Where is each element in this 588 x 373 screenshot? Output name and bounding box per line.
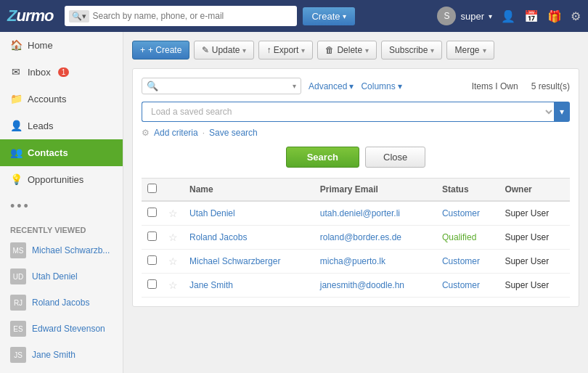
- sidebar-item-accounts[interactable]: 📁 Accounts: [0, 86, 123, 112]
- contact-email-link[interactable]: roland@border.es.de: [320, 232, 401, 242]
- sidebar-more[interactable]: •••: [0, 193, 123, 220]
- contact-email-link[interactable]: micha@puerto.lk: [320, 256, 385, 266]
- search-input[interactable]: [161, 81, 293, 91]
- update-arrow: ▾: [242, 46, 246, 54]
- select-all-checkbox[interactable]: [147, 184, 157, 193]
- merge-button[interactable]: Merge ▾: [446, 41, 494, 60]
- export-button[interactable]: ↑ Export ▾: [258, 41, 313, 60]
- contact-name-link[interactable]: Utah Deniel: [189, 208, 235, 218]
- calendar-icon[interactable]: 📅: [524, 9, 539, 23]
- row-checkbox[interactable]: [147, 279, 157, 289]
- criteria-row: ⚙ Add criteria · Save search: [142, 128, 570, 138]
- recent-item-roland[interactable]: RJ Roland Jacobs: [0, 290, 123, 316]
- sidebar-label-accounts: Accounts: [28, 94, 66, 104]
- add-criteria-link[interactable]: Add criteria: [154, 128, 198, 138]
- row-email: utah.deniel@porter.li: [314, 201, 436, 226]
- row-owner: Super User: [499, 250, 570, 274]
- username-label: super: [460, 11, 484, 22]
- subscribe-button[interactable]: Subscribe ▾: [381, 41, 442, 60]
- contact-name-link[interactable]: Jane Smith: [189, 280, 233, 290]
- recent-item-utah[interactable]: UD Utah Deniel: [0, 263, 123, 290]
- row-star-cell: ☆: [163, 201, 184, 226]
- people-icon[interactable]: 👤: [501, 9, 515, 23]
- items-own: Items I Own: [472, 81, 518, 91]
- contacts-table: Name Primary Email Status Owner ☆ Utah D…: [142, 178, 570, 298]
- saved-search-select[interactable]: Load a saved search: [142, 102, 555, 122]
- recent-label-edward: Edward Stevenson: [32, 324, 105, 334]
- global-search-bar: 🔍▾: [65, 6, 297, 26]
- row-star-cell: ☆: [163, 250, 184, 274]
- row-owner: Super User: [499, 274, 570, 298]
- recent-avatar-edward: ES: [10, 321, 26, 337]
- advanced-link[interactable]: Advanced ▾: [309, 81, 354, 91]
- recent-item-michael[interactable]: MS Michael Schwarzb...: [0, 237, 123, 263]
- sidebar-item-opportunities[interactable]: 💡 Opportunities: [0, 166, 123, 193]
- sidebar-item-leads[interactable]: 👤 Leads: [0, 112, 123, 139]
- delete-button[interactable]: 🗑 Delete ▾: [317, 41, 377, 60]
- user-menu[interactable]: S super ▾: [437, 7, 492, 25]
- star-icon[interactable]: ☆: [168, 279, 178, 291]
- global-search-input[interactable]: [92, 11, 293, 21]
- row-email: roland@border.es.de: [314, 226, 436, 250]
- add-label: + Create: [148, 45, 181, 55]
- delete-icon: 🗑: [325, 45, 334, 55]
- sidebar-label-leads: Leads: [28, 120, 53, 131]
- sidebar-label-contacts: Contacts: [28, 147, 68, 158]
- table-header-row: Name Primary Email Status Owner: [142, 179, 570, 202]
- recently-viewed-label: Recently Viewed: [0, 220, 123, 237]
- row-checkbox[interactable]: [147, 208, 157, 217]
- contact-email-link[interactable]: janesmith@doodle.hn: [320, 280, 404, 290]
- close-button[interactable]: Close: [365, 147, 425, 168]
- star-icon[interactable]: ☆: [168, 208, 178, 219]
- gift-icon[interactable]: 🎁: [547, 9, 562, 23]
- star-icon[interactable]: ☆: [168, 231, 178, 243]
- sidebar: 🏠 Home ✉ Inbox 1 📁 Accounts 👤 Leads 👥 Co…: [0, 32, 123, 373]
- table-row: ☆ Michael Schwarzberger micha@puerto.lk …: [142, 250, 570, 274]
- recent-avatar-michael: MS: [10, 242, 26, 258]
- leads-icon: 👤: [10, 120, 22, 131]
- recent-item-jane[interactable]: JS Jane Smith: [0, 342, 123, 368]
- contact-name-link[interactable]: Michael Schwarzberger: [189, 256, 280, 266]
- advanced-arrow: ▾: [349, 81, 354, 91]
- update-button[interactable]: ✎ Update ▾: [194, 41, 254, 60]
- contact-name-link[interactable]: Roland Jacobs: [189, 232, 247, 242]
- recent-item-edward[interactable]: ES Edward Stevenson: [0, 316, 123, 342]
- row-checkbox-cell: [142, 274, 163, 298]
- row-name: Roland Jacobs: [184, 226, 314, 250]
- contact-email-link[interactable]: utah.deniel@porter.li: [320, 208, 400, 218]
- th-email: Primary Email: [314, 179, 436, 202]
- status-badge: Customer: [442, 208, 480, 218]
- row-checkbox-cell: [142, 250, 163, 274]
- row-email: janesmith@doodle.hn: [314, 274, 436, 298]
- global-create-button[interactable]: Create ▾: [303, 7, 355, 25]
- add-button[interactable]: + + Create: [132, 41, 189, 60]
- row-checkbox[interactable]: [147, 231, 157, 241]
- settings-icon[interactable]: ⚙: [571, 9, 581, 23]
- search-input-wrap: 🔍 ▾: [142, 78, 301, 94]
- columns-link[interactable]: Columns ▾: [361, 81, 401, 91]
- app-logo: Zurmo: [7, 7, 53, 25]
- search-type-dropdown[interactable]: 🔍▾: [69, 10, 89, 22]
- sidebar-item-contacts[interactable]: 👥 Contacts: [0, 139, 123, 166]
- sidebar-item-home[interactable]: 🏠 Home: [0, 32, 123, 59]
- columns-label: Columns: [361, 81, 395, 91]
- row-checkbox[interactable]: [147, 255, 157, 265]
- search-button[interactable]: Search: [286, 147, 359, 168]
- merge-label: Merge: [454, 45, 479, 55]
- contacts-icon: 👥: [10, 147, 22, 158]
- sidebar-item-inbox[interactable]: ✉ Inbox 1: [0, 59, 123, 86]
- search-filter-dropdown[interactable]: ▾: [293, 82, 296, 90]
- nav-icons: S super ▾ 👤 📅 🎁 ⚙: [437, 7, 581, 25]
- save-search-link[interactable]: Save search: [209, 128, 258, 138]
- row-name: Jane Smith: [184, 274, 314, 298]
- row-status: Customer: [436, 274, 499, 298]
- save-search-label: Save search: [209, 128, 258, 138]
- search-actions: Search Close: [142, 147, 570, 168]
- row-star-cell: ☆: [163, 226, 184, 250]
- inbox-badge: 1: [58, 67, 70, 77]
- saved-search-dropdown-button[interactable]: ▾: [554, 102, 570, 122]
- star-icon[interactable]: ☆: [168, 255, 178, 267]
- columns-arrow: ▾: [398, 81, 402, 91]
- sidebar-label-inbox: Inbox: [28, 67, 51, 78]
- th-name: Name: [184, 179, 314, 202]
